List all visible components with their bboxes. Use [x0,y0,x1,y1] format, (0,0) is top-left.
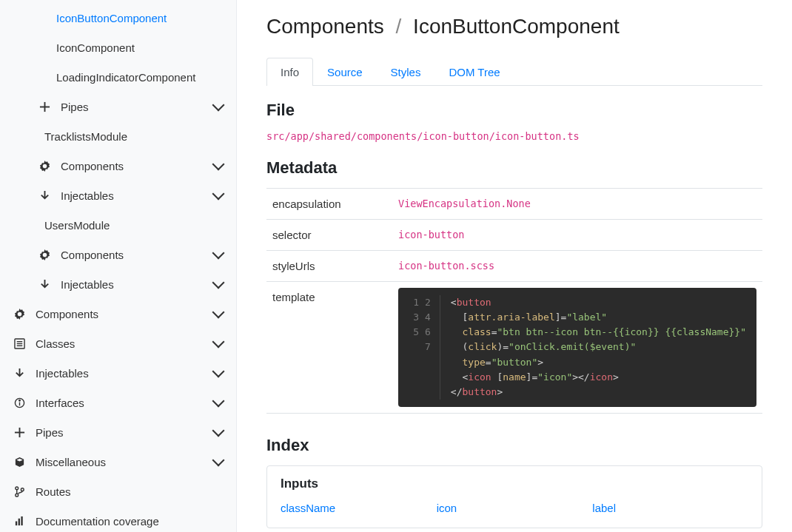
sidebar-item-interfaces[interactable]: Interfaces [0,388,236,417]
chevron-down-icon [212,306,225,319]
tab-info[interactable]: Info [266,58,313,86]
tab-dom-tree[interactable]: DOM Tree [434,58,514,86]
metadata-value: icon-button [392,220,762,251]
gear-icon [13,308,25,320]
plus-icon [13,426,25,438]
breadcrumb-separator: / [396,15,402,38]
sidebar-item-components[interactable]: Components [0,240,236,269]
tab-styles[interactable]: Styles [377,58,435,86]
sidebar-item-label: Interfaces [36,397,214,409]
info-icon [13,397,25,408]
svg-rect-10 [14,431,24,433]
chevron-down-icon [212,158,225,171]
sidebar-item-usersmodule[interactable]: UsersModule [0,210,236,240]
gear-icon [38,160,50,172]
main-content: Components / IconButtonComponent InfoSou… [237,0,792,532]
svg-point-8 [19,400,20,401]
bars-icon [13,515,25,527]
sidebar-item-label: UsersModule [44,219,223,232]
inputs-card: Inputs classNameiconlabel [266,465,762,528]
sidebar-item-label: IconComponent [56,41,223,54]
branch-icon [13,485,25,497]
sidebar-item-label: Components [61,249,214,261]
sidebar-item-classes[interactable]: Classes [0,329,236,358]
sidebar-item-label: Injectables [61,189,214,202]
metadata-row: styleUrlsicon-button.scss [266,251,762,282]
sidebar-item-label: Pipes [61,101,214,113]
sidebar-item-label: TracklistsModule [44,130,223,143]
tabs: InfoSourceStylesDOM Tree [266,58,762,86]
sidebar-item-components[interactable]: Components [0,151,236,181]
sidebar-item-routes[interactable]: Routes [0,477,236,506]
section-file-heading: File [266,101,762,120]
svg-rect-16 [21,516,22,525]
svg-rect-15 [18,518,19,525]
breadcrumb-parent[interactable]: Components [266,15,384,38]
sidebar-item-label: IconButtonComponent [56,12,223,24]
plus-icon [38,101,50,112]
metadata-key: encapsulation [266,189,392,220]
sidebar-item-label: Pipes [36,426,214,439]
sidebar-item-label: Components [61,160,214,172]
arrow-down-icon [13,367,25,379]
template-code-block: 1 2 3 4 5 6 7<button [attr.aria-label]="… [398,288,756,407]
section-metadata-heading: Metadata [266,158,762,178]
sidebar-item-pipes[interactable]: Pipes [0,92,236,121]
chevron-down-icon [212,99,225,112]
metadata-table: encapsulationViewEncapsulation.Noneselec… [266,188,762,414]
metadata-row: encapsulationViewEncapsulation.None [266,189,762,220]
chevron-down-icon [212,336,225,349]
code-line-numbers: 1 2 3 4 5 6 7 [398,295,440,400]
sidebar-item-label: Documentation coverage [36,515,223,528]
inputs-row: classNameiconlabel [281,502,748,514]
sidebar-item-miscellaneous[interactable]: Miscellaneous [0,447,236,477]
sidebar-item-label: Classes [36,337,214,350]
metadata-value: ViewEncapsulation.None [392,189,762,220]
svg-rect-14 [15,521,16,525]
sidebar-nav: IconButtonComponentIconComponentLoadingI… [0,0,237,532]
sidebar-item-iconbuttoncomponent[interactable]: IconButtonComponent [0,3,236,33]
sidebar-item-label: Routes [36,485,223,498]
tab-source[interactable]: Source [313,58,377,86]
gear-icon [38,249,50,260]
sidebar-item-components[interactable]: Components [0,299,236,329]
chevron-down-icon [212,366,225,378]
sidebar-item-injectables[interactable]: Injectables [0,269,236,299]
breadcrumb-current: IconButtonComponent [413,15,620,38]
sidebar-item-label: Injectables [61,278,214,291]
breadcrumb: Components / IconButtonComponent [266,15,762,38]
section-index-heading: Index [266,436,762,455]
metadata-key: template [266,282,392,414]
input-link-classname[interactable]: className [281,502,437,514]
svg-point-12 [15,494,18,496]
sidebar-item-iconcomponent[interactable]: IconComponent [0,33,236,62]
chevron-down-icon [212,277,225,289]
code-lines: <button [attr.aria-label]="label" class=… [440,295,756,400]
sidebar-item-tracklistsmodule[interactable]: TracklistsModule [0,121,236,151]
metadata-row-template: template1 2 3 4 5 6 7<button [attr.aria-… [266,282,762,414]
sidebar-item-injectables[interactable]: Injectables [0,358,236,388]
chevron-down-icon [212,395,225,408]
metadata-key: styleUrls [266,251,392,282]
metadata-key: selector [266,220,392,251]
sidebar-item-loadingindicatorcomponent[interactable]: LoadingIndicatorComponent [0,62,236,92]
sidebar-item-label: Miscellaneous [36,456,214,468]
input-link-label[interactable]: label [592,502,748,514]
svg-point-11 [15,486,18,489]
sidebar-item-documentation-coverage[interactable]: Documentation coverage [0,506,236,532]
sidebar-item-pipes[interactable]: Pipes [0,417,236,447]
metadata-value: icon-button.scss [392,251,762,282]
svg-rect-1 [39,106,49,107]
chevron-down-icon [212,188,225,201]
sidebar-item-injectables[interactable]: Injectables [0,181,236,210]
sidebar-item-label: Injectables [36,367,214,380]
file-path: src/app/shared/components/icon-button/ic… [266,130,762,142]
cube-icon [13,456,25,468]
arrow-down-icon [38,189,50,201]
input-link-icon[interactable]: icon [437,502,593,514]
chevron-down-icon [212,454,225,467]
arrow-down-icon [38,278,50,290]
chevron-down-icon [212,247,225,260]
sidebar-item-label: LoadingIndicatorComponent [56,71,223,84]
metadata-row: selectoricon-button [266,220,762,251]
